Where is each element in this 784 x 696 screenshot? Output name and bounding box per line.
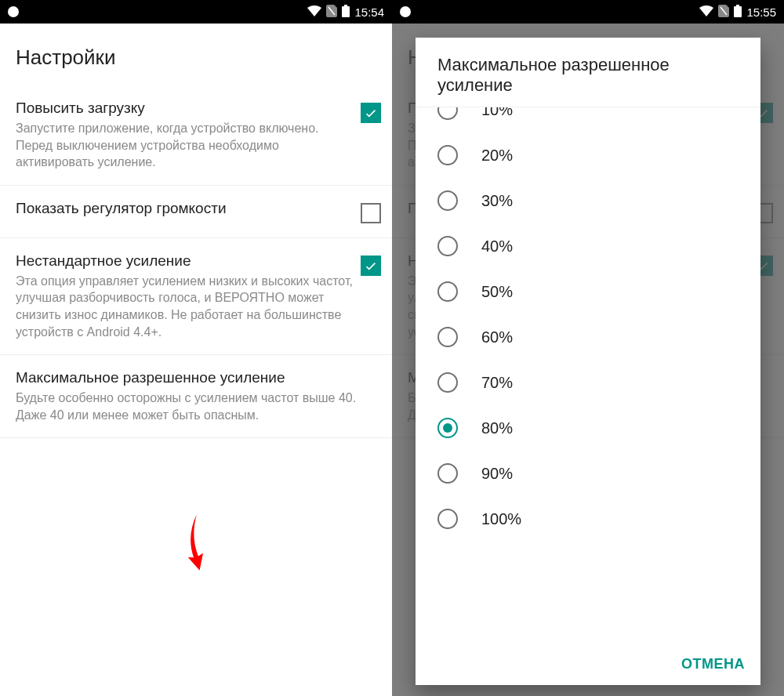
- radio-icon[interactable]: [437, 236, 458, 256]
- battery-icon: [342, 5, 350, 20]
- radio-option[interactable]: 70%: [416, 360, 760, 405]
- row-subtitle: Будьте особенно осторожны с усилением ча…: [16, 390, 381, 423]
- radio-icon[interactable]: [437, 327, 458, 347]
- clock-right: 15:55: [746, 5, 776, 19]
- page-title: Настройки: [0, 24, 392, 85]
- radio-option[interactable]: 90%: [416, 451, 760, 496]
- row-title: Показать регулятор громкости: [16, 200, 353, 217]
- radio-option[interactable]: 50%: [416, 269, 760, 314]
- radio-icon[interactable]: [437, 190, 458, 211]
- settings-row[interactable]: Показать регулятор громкости: [0, 186, 392, 238]
- radio-icon[interactable]: [437, 107, 458, 120]
- radio-label: 50%: [481, 283, 513, 301]
- radio-option[interactable]: 100%: [416, 496, 760, 542]
- status-dot-icon: [8, 6, 19, 17]
- gain-dialog: Максимальное разрешенное усиление 10%20%…: [416, 38, 760, 685]
- radio-option[interactable]: 10%: [416, 107, 760, 132]
- radio-label: 80%: [481, 419, 513, 437]
- checkbox-off-icon[interactable]: [361, 203, 381, 223]
- clock-left: 15:54: [354, 5, 384, 19]
- row-title: Нестандартное усиление: [16, 252, 353, 270]
- dialog-options-list[interactable]: 10%20%30%40%50%60%70%80%90%100%: [416, 107, 760, 643]
- settings-row[interactable]: Повысить загрузкуЗапустите приложение, к…: [0, 85, 392, 186]
- cancel-button[interactable]: ОТМЕНА: [681, 656, 745, 672]
- radio-label: 60%: [481, 328, 513, 346]
- status-bar-right: 15:55: [392, 0, 784, 24]
- radio-option[interactable]: 60%: [416, 314, 760, 360]
- row-subtitle: Запустите приложение, когда устройство в…: [16, 120, 353, 171]
- sim-icon: [718, 5, 729, 20]
- left-screenshot: 15:54 Настройки Повысить загрузкуЗапусти…: [0, 0, 392, 696]
- radio-icon[interactable]: [437, 463, 458, 484]
- radio-label: 40%: [481, 237, 513, 256]
- settings-row[interactable]: Нестандартное усилениеЭта опция управляе…: [0, 238, 392, 355]
- radio-option[interactable]: 40%: [416, 223, 760, 269]
- row-title: Повысить загрузку: [16, 100, 353, 117]
- settings-row[interactable]: Максимальное разрешенное усилениеБудьте …: [0, 355, 392, 438]
- battery-icon: [734, 5, 742, 20]
- radio-label: 90%: [481, 465, 513, 483]
- radio-icon[interactable]: [437, 145, 458, 165]
- sim-icon: [326, 5, 337, 20]
- status-dot-icon: [400, 6, 411, 17]
- radio-label: 30%: [481, 192, 513, 210]
- checkbox-on-icon[interactable]: [361, 256, 381, 276]
- radio-label: 20%: [481, 147, 513, 165]
- wifi-icon: [699, 5, 713, 19]
- radio-option[interactable]: 30%: [416, 178, 760, 223]
- right-screenshot: 15:55 Настройки Повысить загрузкуЗапусти…: [392, 0, 784, 696]
- wifi-icon: [307, 5, 321, 19]
- radio-option[interactable]: 20%: [416, 132, 760, 178]
- radio-label: 70%: [481, 374, 513, 392]
- status-bar-left: 15:54: [0, 0, 392, 24]
- radio-icon[interactable]: [437, 281, 458, 302]
- checkbox-on-icon[interactable]: [361, 103, 381, 123]
- radio-selected-icon[interactable]: [437, 418, 458, 438]
- radio-option[interactable]: 80%: [416, 405, 760, 451]
- row-subtitle: Эта опция управляет усилением низких и в…: [16, 273, 353, 340]
- radio-label: 100%: [481, 510, 521, 528]
- row-title: Максимальное разрешенное усиление: [16, 369, 381, 386]
- dialog-title: Максимальное разрешенное усиление: [416, 38, 760, 107]
- radio-icon[interactable]: [437, 509, 458, 529]
- radio-icon[interactable]: [437, 372, 458, 393]
- radio-label: 10%: [481, 107, 513, 119]
